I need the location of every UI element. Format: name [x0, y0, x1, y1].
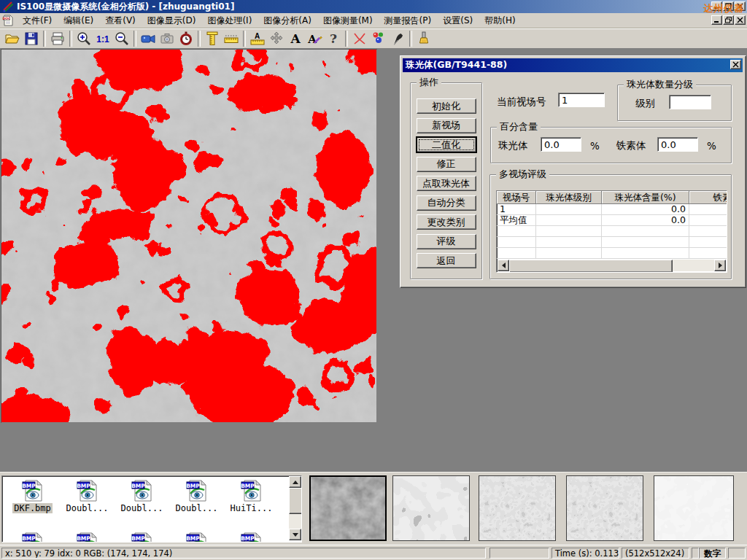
status-spacer [692, 548, 699, 559]
menu-help[interactable]: 帮助(H) [479, 13, 521, 28]
mdi-close-button[interactable] [735, 15, 746, 25]
brush-button[interactable] [414, 30, 433, 47]
pick-pearlite-button[interactable]: 点取珠光体 [417, 176, 476, 191]
caliper-button[interactable] [203, 30, 222, 47]
scroll-up-button[interactable] [289, 476, 301, 488]
cell-ferrite-content [689, 215, 727, 226]
color-mark-button[interactable] [369, 30, 388, 47]
initialize-button[interactable]: 初始化 [417, 98, 476, 114]
letter-a-pencil-icon: A [306, 31, 322, 47]
file-item[interactable] [60, 532, 115, 542]
file-item[interactable] [5, 532, 60, 542]
menu-measure-report[interactable]: 测量报告(P) [379, 13, 438, 28]
scroll-left-button[interactable] [498, 260, 509, 271]
file-name: Doubl... [120, 503, 165, 513]
scrollbar-track[interactable] [673, 260, 714, 271]
scrollbar-thumb[interactable] [289, 488, 302, 514]
text-edit-button[interactable]: A [305, 30, 324, 47]
scroll-down-button[interactable] [289, 529, 301, 540]
mdi-restore-button[interactable] [723, 15, 734, 25]
menu-image-display[interactable]: 图像显示(D) [142, 13, 202, 28]
curve-icon [352, 31, 368, 47]
file-item[interactable]: Doubl... [169, 479, 224, 513]
curve-measure-button[interactable] [350, 30, 369, 47]
thumbnail-2[interactable] [392, 475, 470, 541]
grade-button[interactable]: 评级 [417, 234, 476, 249]
col-pearlite-content[interactable]: 珠光体含量(%) [602, 191, 689, 204]
actual-size-button[interactable]: 1:1 [93, 30, 112, 47]
scrollbar-thumb[interactable] [509, 260, 673, 273]
help-button[interactable]: ? [324, 30, 343, 47]
save-button[interactable] [22, 30, 41, 47]
file-item[interactable]: Doubl... [115, 479, 169, 513]
binarize-button[interactable]: 二值化 [417, 137, 476, 152]
correct-button[interactable]: 修正 [417, 157, 476, 172]
file-item[interactable] [169, 532, 224, 542]
thumbnail-1[interactable] [309, 475, 387, 541]
file-item[interactable]: HuiTi... [224, 479, 279, 513]
arrow-up-icon [293, 481, 298, 484]
bmp-file-icon [186, 532, 208, 542]
dialog-close-button[interactable] [730, 60, 741, 69]
mdi-minimize-button[interactable] [711, 15, 722, 25]
menu-view[interactable]: 查看(V) [99, 13, 142, 28]
timer-button[interactable] [177, 30, 196, 47]
vertical-ruler-icon [204, 31, 220, 47]
window-title: IS100显微摄像系统(金相分析版) - [zhuguangti01] [17, 1, 234, 13]
ferrite-percent-input[interactable] [657, 137, 698, 152]
bmp-file-icon [77, 479, 98, 502]
col-ferrite-content[interactable]: 铁素体含量(%) [689, 191, 727, 204]
pen-button[interactable] [388, 30, 407, 47]
scroll-right-button[interactable] [714, 260, 726, 271]
text-button[interactable]: A [286, 30, 305, 47]
zoom-out-button[interactable] [112, 30, 131, 47]
pearlite-percent-sign: % [590, 140, 600, 152]
file-item[interactable] [224, 532, 279, 542]
thumbnail-4[interactable] [566, 475, 643, 541]
auto-classify-button[interactable]: 自动分类 [417, 195, 476, 211]
col-field-number[interactable]: 视场号 [497, 191, 536, 204]
bmp-file-icon [186, 479, 208, 502]
thumbnail-5[interactable] [654, 475, 734, 541]
camera-capture-button[interactable] [158, 30, 177, 47]
video-capture-button[interactable] [139, 30, 158, 47]
pearlite-percent-input[interactable] [541, 137, 581, 152]
table-row[interactable]: 平均值 0.0 [497, 215, 727, 226]
multifield-group-label: 多视场评级 [496, 169, 549, 179]
menu-edit[interactable]: 编辑(E) [58, 13, 99, 28]
camera-icon [159, 31, 175, 47]
table-row[interactable]: 1 0.0 [497, 204, 727, 215]
table-horizontal-scrollbar[interactable] [498, 260, 726, 271]
thumbnail-3[interactable] [479, 475, 556, 541]
new-field-button[interactable]: 新视场 [417, 118, 476, 133]
menu-file[interactable]: 文件(F) [17, 13, 58, 28]
print-button[interactable] [48, 30, 67, 47]
col-pearlite-grade[interactable]: 珠光体级别 [536, 191, 602, 204]
open-button[interactable] [3, 30, 22, 47]
menu-image-analysis[interactable]: 图像分析(A) [258, 13, 317, 28]
metallograph-image[interactable] [1, 49, 377, 423]
percent-group-label: 百分含量 [497, 122, 541, 132]
toolbar-separator [243, 31, 246, 47]
grade-input[interactable] [669, 95, 711, 109]
change-class-button[interactable]: 更改类别 [417, 214, 476, 230]
zoom-in-button[interactable] [74, 30, 93, 47]
application-window: IS100显微摄像系统(金相分析版) - [zhuguangti01] 达州仪器… [0, 0, 747, 560]
move-button[interactable] [267, 30, 286, 47]
file-item[interactable] [115, 532, 169, 542]
menu-settings[interactable]: 设置(S) [437, 13, 479, 28]
document-icon[interactable]: DOC [2, 15, 14, 26]
question-mark-icon: ? [325, 31, 341, 47]
svg-text:A: A [307, 33, 317, 46]
menu-image-measure[interactable]: 图像测量(M) [317, 13, 379, 28]
cell-field-number: 平均值 [497, 215, 536, 226]
measure-text-button[interactable]: A [248, 30, 267, 47]
file-item[interactable]: DKF.bmp [5, 479, 60, 513]
file-list-scrollbar[interactable] [289, 476, 301, 540]
return-button[interactable]: 返回 [417, 253, 476, 268]
ruler-button[interactable] [222, 30, 241, 47]
grading-group-label: 珠光体数量分级 [624, 79, 696, 90]
file-item[interactable]: Doubl... [60, 479, 115, 513]
menu-image-processing[interactable]: 图像处理(I) [201, 13, 258, 28]
current-field-input[interactable] [558, 93, 605, 107]
